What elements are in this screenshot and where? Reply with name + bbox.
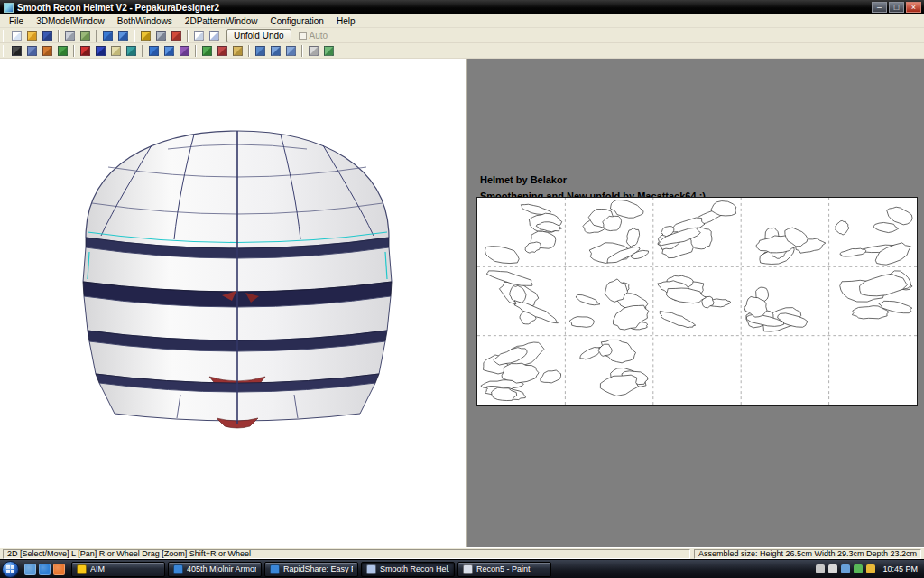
antivirus-icon[interactable] xyxy=(854,564,863,573)
select-arrow-icon[interactable] xyxy=(9,44,24,58)
join-pieces-icon[interactable] xyxy=(199,44,215,58)
layout-3d-window-icon[interactable] xyxy=(191,29,207,42)
media-player-icon[interactable] xyxy=(53,564,65,575)
select-rect-icon xyxy=(27,46,37,56)
zoom-out-icon[interactable] xyxy=(268,44,283,58)
texture-check-icon[interactable] xyxy=(124,44,139,58)
pack-sheets-icon[interactable] xyxy=(321,44,337,58)
taskbar-button[interactable]: Recon5 - Paint xyxy=(457,562,551,577)
pen-icon xyxy=(141,31,151,41)
show-desktop-icon[interactable] xyxy=(24,564,36,575)
toolbar-2-icons xyxy=(9,44,337,58)
credit-line-1: Helmet by Belakor xyxy=(480,172,706,189)
new-file-icon[interactable] xyxy=(9,29,24,42)
taskbar-button[interactable]: 405th Mjolnir Armor... xyxy=(168,562,262,577)
taskbar-button[interactable]: AIM xyxy=(71,562,165,577)
menu-item-configuration[interactable]: Configuration xyxy=(263,15,329,27)
aim-icon xyxy=(77,564,87,574)
menu-item-bothwindows[interactable]: BothWindows xyxy=(111,15,179,27)
add-tab-icon[interactable] xyxy=(230,44,245,58)
close-button[interactable]: × xyxy=(906,2,921,13)
divide-piece-icon xyxy=(217,46,227,56)
taskbar-clock[interactable]: 10:45 PM xyxy=(881,564,922,573)
volume-icon[interactable] xyxy=(828,564,837,573)
status-bar: 2D [Select/Move] L [Pan] R or Wheel Drag… xyxy=(0,547,924,559)
start-button[interactable] xyxy=(2,561,19,578)
pattern-pieces xyxy=(477,198,917,405)
join-pieces-icon xyxy=(202,46,212,56)
internet-explorer-icon xyxy=(270,564,280,574)
lasso-select-icon[interactable] xyxy=(40,44,55,58)
export-icon xyxy=(80,31,90,41)
2d-pattern-viewport[interactable]: Helmet by Belakor Smoothening and New un… xyxy=(467,59,924,547)
pepakura-icon xyxy=(366,564,376,574)
menu-item-help[interactable]: Help xyxy=(330,15,362,27)
flip-piece-icon[interactable] xyxy=(177,44,192,58)
print-icon[interactable] xyxy=(62,29,78,42)
fit-view-icon[interactable] xyxy=(283,44,299,58)
add-tab-icon xyxy=(233,46,243,56)
title-bar: Smooth Recon Helmet V2 - PepakuraDesigne… xyxy=(0,0,924,14)
edge-color-red-icon[interactable] xyxy=(78,44,93,58)
redo-icon xyxy=(118,31,128,41)
rotate-left-icon xyxy=(149,46,159,56)
toolbar-separator xyxy=(134,30,135,42)
unfold-undo-button[interactable]: Unfold Undo xyxy=(226,29,291,42)
taskbar-button[interactable]: Smooth Recon Hel... xyxy=(361,562,455,577)
rotate-right-icon[interactable] xyxy=(162,44,177,58)
window-title: Smooth Recon Helmet V2 - PepakuraDesigne… xyxy=(17,3,872,13)
edge-color-blue-icon[interactable] xyxy=(93,44,108,58)
messenger-icon[interactable] xyxy=(866,564,875,573)
toolbar-separator xyxy=(195,45,197,57)
toolbar-grip xyxy=(3,30,5,42)
move-piece-icon[interactable] xyxy=(55,44,70,58)
menu-item-file[interactable]: File xyxy=(3,15,30,27)
texture-check-icon xyxy=(126,46,136,56)
export-icon[interactable] xyxy=(78,29,93,42)
hide-icons-arrow[interactable] xyxy=(816,564,825,573)
taskbar-buttons: AIM405th Mjolnir Armor...RapidShare: Eas… xyxy=(71,562,810,577)
select-arrow-icon xyxy=(12,46,22,56)
minimize-button[interactable]: – xyxy=(872,2,887,13)
auto-checkbox-group: Auto xyxy=(299,31,328,41)
auto-checkbox[interactable] xyxy=(299,32,307,40)
open-folder-icon[interactable] xyxy=(24,29,40,42)
redo-icon[interactable] xyxy=(116,29,131,42)
menu-item-2dpatternwindow[interactable]: 2DPatternWindow xyxy=(179,15,264,27)
app-icon xyxy=(4,3,14,13)
internet-explorer-icon[interactable] xyxy=(39,564,51,575)
helmet-3d-model xyxy=(0,59,466,547)
zoom-in-icon[interactable] xyxy=(253,44,268,58)
knife-icon[interactable] xyxy=(153,29,169,42)
internet-explorer-icon xyxy=(173,564,183,574)
pattern-sheet[interactable] xyxy=(476,197,918,406)
maximize-button[interactable]: □ xyxy=(889,2,904,13)
system-tray xyxy=(813,564,878,573)
menu-item-3dmodelwindow[interactable]: 3DModelWindow xyxy=(30,15,111,27)
open-folder-icon xyxy=(27,31,37,41)
paint-icon xyxy=(463,564,473,574)
fit-view-icon xyxy=(286,46,296,56)
undo-icon xyxy=(103,31,113,41)
select-rect-icon[interactable] xyxy=(24,44,40,58)
network-icon[interactable] xyxy=(841,564,850,573)
save-icon[interactable] xyxy=(40,29,55,42)
flap-icon xyxy=(111,46,121,56)
divide-piece-icon[interactable] xyxy=(215,44,230,58)
taskbar-button-label: AIM xyxy=(90,564,105,573)
toolbar-separator xyxy=(96,30,97,42)
flap-icon[interactable] xyxy=(108,44,124,58)
rotate-left-icon[interactable] xyxy=(146,44,162,58)
print-icon xyxy=(65,31,75,41)
move-piece-icon xyxy=(58,46,68,56)
3d-model-viewport[interactable] xyxy=(0,59,466,547)
flip-piece-icon xyxy=(180,46,189,56)
measure-icon[interactable] xyxy=(169,29,184,42)
sheet-settings-icon[interactable] xyxy=(306,44,321,58)
layout-split-window-icon[interactable] xyxy=(207,29,222,42)
pen-icon[interactable] xyxy=(138,29,153,42)
lasso-select-icon xyxy=(42,46,52,56)
undo-icon[interactable] xyxy=(100,29,116,42)
toolbar-separator xyxy=(142,45,143,57)
taskbar-button[interactable]: RapidShare: Easy Fil... xyxy=(264,562,358,577)
